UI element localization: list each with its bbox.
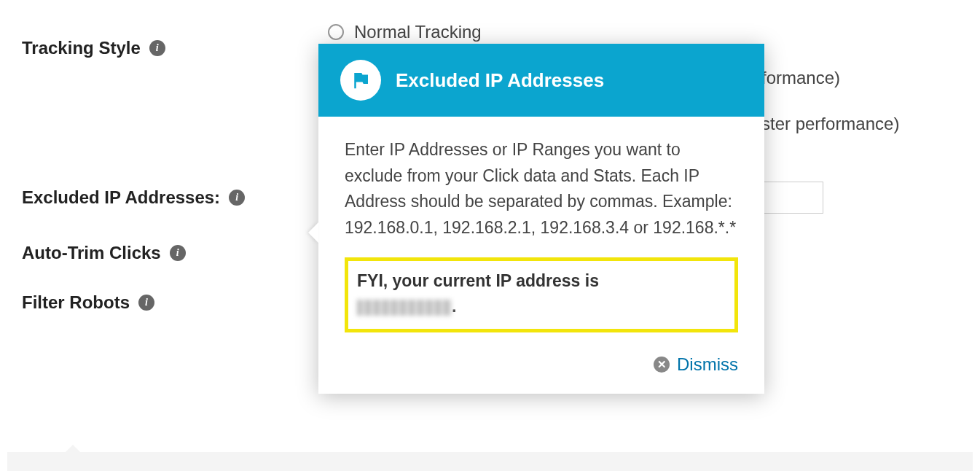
ip-address-redacted <box>357 300 452 316</box>
info-icon[interactable]: i <box>229 190 245 206</box>
label-text: Filter Robots <box>22 292 130 313</box>
option-label-partial: formance) <box>761 68 840 88</box>
settings-form: Tracking Style i Normal Tracking formanc… <box>0 0 980 313</box>
tooltip-arrow-icon <box>308 222 318 243</box>
flag-icon <box>340 60 381 101</box>
fyi-text: FYI, your current IP address is <box>357 271 599 290</box>
bottom-arrow-icon <box>64 445 82 454</box>
label-filter-robots: Filter Robots i <box>22 292 328 313</box>
option-label: Normal Tracking <box>354 22 482 42</box>
info-icon[interactable]: i <box>149 40 165 56</box>
tooltip-title: Excluded IP Addresses <box>396 69 604 92</box>
tooltip-body: Enter IP Addresses or IP Ranges you want… <box>318 117 764 349</box>
tooltip-header: Excluded IP Addresses <box>318 44 764 117</box>
radio-normal-tracking[interactable]: Normal Tracking <box>328 22 980 42</box>
label-text: Tracking Style <box>22 38 141 58</box>
dismiss-label: Dismiss <box>677 354 738 375</box>
current-ip-box: FYI, your current IP address is . <box>345 257 738 332</box>
label-text: Auto-Trim Clicks <box>22 243 161 263</box>
info-icon[interactable]: i <box>170 245 186 261</box>
tooltip-footer: ✕ Dismiss <box>318 349 764 394</box>
label-auto-trim: Auto-Trim Clicks i <box>22 243 328 263</box>
option-label-partial: ster performance) <box>761 114 899 134</box>
radio-option-2[interactable]: formance) <box>761 68 980 88</box>
tooltip-excluded-ip: Excluded IP Addresses Enter IP Addresses… <box>318 44 764 394</box>
close-icon: ✕ <box>654 357 670 373</box>
label-excluded-ip: Excluded IP Addresses: i <box>22 182 328 208</box>
radio-option-3[interactable]: ster performance) <box>761 114 980 134</box>
label-tracking-style: Tracking Style i <box>22 22 328 58</box>
info-icon[interactable]: i <box>138 295 154 311</box>
dismiss-button[interactable]: ✕ Dismiss <box>654 354 738 375</box>
radio-icon <box>328 24 344 40</box>
tooltip-description: Enter IP Addresses or IP Ranges you want… <box>345 137 738 241</box>
bottom-bar <box>7 452 973 471</box>
label-text: Excluded IP Addresses: <box>22 187 220 208</box>
